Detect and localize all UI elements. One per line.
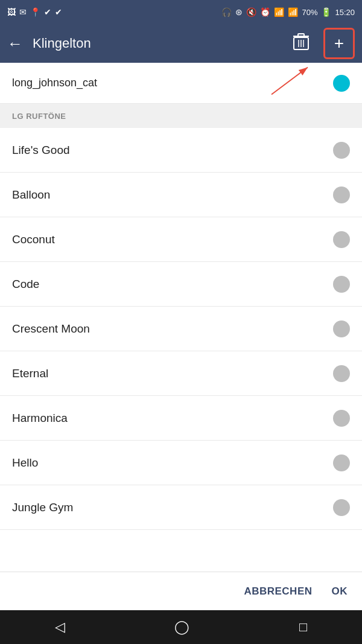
radio-inactive-indicator: [333, 454, 350, 471]
radio-inactive-indicator: [333, 142, 350, 159]
email-icon: ✉: [19, 7, 27, 17]
back-button[interactable]: ←: [7, 34, 23, 53]
list-item[interactable]: Life's Good: [0, 128, 362, 173]
image-icon: 🖼: [7, 7, 16, 17]
home-nav-icon[interactable]: ◯: [174, 619, 189, 635]
battery-percent: 70%: [302, 8, 317, 17]
radio-inactive-indicator: [333, 499, 350, 516]
section-header-label: LG RUFTÖNE: [12, 112, 66, 121]
radio-inactive-indicator: [333, 410, 350, 427]
radio-inactive-indicator: [333, 320, 350, 337]
delete-button[interactable]: [288, 30, 314, 57]
add-button[interactable]: +: [323, 28, 355, 59]
add-icon: +: [334, 35, 344, 52]
item-label: Code: [12, 278, 39, 291]
radio-active-indicator: [333, 75, 350, 92]
list-item[interactable]: Code: [0, 262, 362, 307]
nav-bar: ◁ ◯ □: [0, 610, 362, 644]
time-display: 15:20: [335, 8, 355, 17]
list-item[interactable]: Balloon: [0, 173, 362, 217]
wifi-icon: 📶: [274, 7, 284, 17]
battery-icon: 🔋: [321, 7, 331, 17]
radio-inactive-indicator: [333, 187, 350, 203]
item-label: Jungle Gym: [12, 501, 73, 514]
ok-button[interactable]: OK: [332, 585, 348, 598]
signal-icon: 📶: [288, 7, 298, 17]
back-nav-icon[interactable]: ◁: [55, 619, 65, 635]
cancel-button[interactable]: ABBRECHEN: [244, 585, 312, 598]
headphone-icon: 🎧: [221, 7, 232, 17]
content-area: long_johnson_cat LG RUFTÖNE Life's Good …: [0, 63, 362, 530]
toolbar-title: Klingelton: [33, 36, 279, 51]
alarm-icon: ⏰: [260, 7, 270, 17]
toolbar: ← Klingelton +: [0, 24, 362, 63]
list-item[interactable]: Harmonica: [0, 396, 362, 441]
list-item[interactable]: Crescent Moon: [0, 307, 362, 351]
bottom-action-bar: ABBRECHEN OK: [0, 572, 362, 610]
radio-inactive-indicator: [333, 276, 350, 293]
item-label: Hello: [12, 456, 38, 470]
status-icons-left: 🖼 ✉ 📍 ✔ ✔: [7, 7, 62, 17]
list-item[interactable]: Eternal: [0, 351, 362, 396]
list-item[interactable]: Coconut: [0, 217, 362, 262]
list-item[interactable]: Hello: [0, 441, 362, 485]
svg-rect-2: [298, 34, 304, 36]
item-label: Crescent Moon: [12, 322, 90, 336]
check2-icon: ✔: [55, 7, 62, 17]
section-header: LG RUFTÖNE: [0, 104, 362, 128]
check-icon: ✔: [44, 7, 51, 17]
selected-item[interactable]: long_johnson_cat: [0, 63, 362, 104]
maps-icon: 📍: [30, 7, 40, 17]
recents-nav-icon[interactable]: □: [299, 619, 307, 635]
item-label: Balloon: [12, 188, 50, 202]
item-label: Harmonica: [12, 412, 68, 425]
item-label: Coconut: [12, 233, 55, 246]
trash-icon: [293, 33, 309, 51]
list-item[interactable]: Jungle Gym: [0, 485, 362, 530]
status-right: 🎧 ⊛ 🔇 ⏰ 📶 📶 70% 🔋 15:20: [221, 7, 355, 17]
item-label: Eternal: [12, 367, 48, 380]
mute-icon: 🔇: [246, 7, 256, 17]
selected-item-label: long_johnson_cat: [12, 77, 97, 89]
radio-inactive-indicator: [333, 231, 350, 248]
radio-inactive-indicator: [333, 365, 350, 382]
bluetooth-icon: ⊛: [235, 7, 243, 17]
status-bar: 🖼 ✉ 📍 ✔ ✔ 🎧 ⊛ 🔇 ⏰ 📶 📶 70% 🔋 15:20: [0, 0, 362, 24]
item-label: Life's Good: [12, 144, 70, 157]
